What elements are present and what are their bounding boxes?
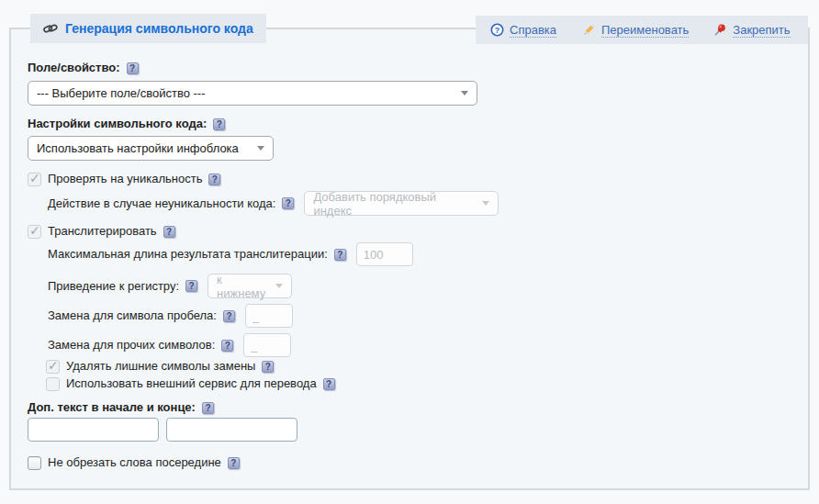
no-word-cut-row: Не обрезать слова посередине ? [28, 455, 790, 470]
external-service-checkbox [46, 377, 60, 391]
transliterate-checkbox: ✓ [28, 225, 41, 239]
checkmark-icon: ✓ [29, 223, 40, 239]
transliterate-label: Транслитерировать [48, 224, 157, 239]
check-unique-label: Проверять на уникальность [48, 172, 202, 186]
code-settings-label-row: Настройки символьного кода: ? [28, 117, 790, 131]
no-word-cut-checkbox[interactable] [28, 456, 41, 470]
space-replacement-input [245, 304, 293, 328]
letter-case-select: к нижнему [208, 274, 292, 298]
svg-text:?: ? [495, 26, 499, 35]
letter-case-row: Приведение к регистру: ? к нижнему [48, 274, 790, 298]
help-link-item[interactable]: ? Справка [490, 23, 556, 38]
checkmark-icon: ✓ [29, 171, 40, 186]
extra-text-start-input[interactable] [28, 418, 159, 442]
max-length-input [356, 242, 413, 266]
help-hint-icon[interactable]: ? [262, 361, 274, 373]
chevron-down-icon [257, 146, 264, 151]
settings-panel: Поле/свойство: ? --- Выберите поле/свойс… [9, 28, 810, 490]
remove-extra-row: ✓ Удалять лишние символы замены ? [46, 359, 790, 374]
field-property-select[interactable]: --- Выберите поле/свойство --- [28, 81, 477, 106]
non-unique-action-select-value: Добавить порядковый индекс [313, 190, 473, 218]
extra-text-label: Доп. текст в начале и конце: [28, 400, 196, 415]
non-unique-action-label: Действие в случае неуникальности кода: [48, 196, 275, 211]
header-toolbar: ? Справка Переименовать [476, 16, 808, 44]
extra-text-inputs [28, 418, 790, 442]
help-hint-icon[interactable]: ? [223, 310, 235, 322]
help-hint-icon[interactable]: ? [208, 174, 220, 185]
help-hint-icon[interactable]: ? [202, 402, 214, 414]
remove-extra-checkbox: ✓ [46, 360, 60, 374]
help-hint-icon[interactable]: ? [213, 118, 225, 130]
question-circle-icon: ? [490, 23, 504, 37]
other-replacement-row: Замена для прочих символов: ? [48, 333, 790, 357]
check-unique-row: ✓ Проверять на уникальность ? [28, 172, 790, 186]
help-hint-icon[interactable]: ? [163, 226, 175, 238]
check-unique-checkbox: ✓ [28, 173, 41, 186]
help-hint-icon[interactable]: ? [127, 62, 139, 74]
chevron-down-icon [482, 201, 489, 206]
pin-icon [713, 23, 727, 37]
pin-link[interactable]: Закрепить [733, 23, 790, 38]
field-property-label-row: Поле/свойство: ? [28, 61, 790, 75]
pin-link-item[interactable]: Закрепить [713, 23, 790, 38]
help-hint-icon[interactable]: ? [323, 378, 335, 390]
letter-case-select-value: к нижнему [217, 273, 266, 300]
transliterate-row: ✓ Транслитерировать ? [28, 224, 790, 239]
field-property-label: Поле/свойство: [28, 61, 120, 75]
space-replacement-row: Замена для символа пробела: ? [48, 304, 790, 328]
other-replacement-input [243, 333, 291, 357]
help-hint-icon[interactable]: ? [282, 197, 294, 209]
help-hint-icon[interactable]: ? [221, 340, 233, 352]
code-generation-form: Поле/свойство: ? --- Выберите поле/свойс… [11, 29, 808, 470]
checkmark-icon: ✓ [48, 358, 59, 374]
field-property-select-value: --- Выберите поле/свойство --- [37, 86, 206, 100]
non-unique-action-select: Добавить порядковый индекс [304, 191, 499, 216]
letter-case-label: Приведение к регистру: [48, 279, 179, 294]
remove-extra-label: Удалять лишние символы замены [66, 359, 255, 374]
non-unique-action-row: Действие в случае неуникальности кода: ?… [48, 191, 790, 216]
rename-link-item[interactable]: Переименовать [581, 23, 689, 38]
space-replacement-label: Замена для символа пробела: [48, 308, 217, 323]
help-hint-icon[interactable]: ? [185, 280, 197, 292]
other-replacement-label: Замена для прочих символов: [48, 338, 215, 353]
help-hint-icon[interactable]: ? [334, 249, 346, 261]
code-settings-select-value: Использовать настройки инфоблока [37, 141, 239, 155]
chevron-down-icon [461, 91, 468, 95]
extra-text-label-row: Доп. текст в начале и конце: ? [28, 400, 790, 415]
page-title: Генерация символьного кода [65, 21, 253, 36]
section-tab[interactable]: Генерация символьного кода [30, 14, 266, 43]
link-chain-icon [43, 21, 58, 36]
extra-text-end-input[interactable] [166, 418, 297, 442]
code-settings-label: Настройки символьного кода: [28, 117, 207, 131]
pencil-icon [581, 23, 596, 38]
help-hint-icon[interactable]: ? [228, 457, 240, 469]
external-service-row: Использовать внешний сервис для перевода… [46, 376, 790, 391]
max-length-label: Максимальная длина результата транслитер… [48, 247, 328, 262]
rename-link[interactable]: Переименовать [601, 23, 689, 38]
max-length-row: Максимальная длина результата транслитер… [48, 242, 790, 266]
no-word-cut-label: Не обрезать слова посередине [48, 455, 221, 470]
chevron-down-icon [275, 284, 283, 288]
page: Генерация символьного кода ? Справка [0, 0, 819, 504]
help-link[interactable]: Справка [510, 23, 556, 38]
code-settings-select[interactable]: Использовать настройки инфоблока [28, 136, 274, 161]
external-service-label: Использовать внешний сервис для перевода [66, 376, 317, 391]
